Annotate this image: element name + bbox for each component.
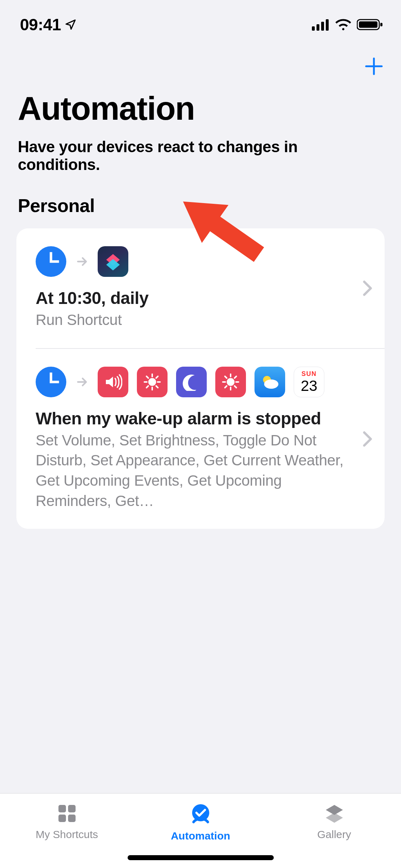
- moon-icon: [176, 367, 207, 397]
- tab-my-shortcuts[interactable]: My Shortcuts: [0, 802, 134, 841]
- tab-label: My Shortcuts: [36, 828, 98, 841]
- svg-rect-5: [359, 21, 377, 28]
- calendar-icon: SUN 23: [294, 367, 324, 397]
- calendar-day: SUN: [302, 370, 317, 378]
- automation-row[interactable]: SUN 23 When my wake-up alarm is stopped …: [36, 348, 385, 529]
- svg-rect-15: [68, 815, 76, 822]
- tab-gallery[interactable]: Gallery: [267, 802, 401, 841]
- weather-icon: [255, 367, 285, 397]
- volume-icon: [98, 367, 128, 397]
- svg-point-8: [227, 379, 234, 385]
- svg-rect-2: [321, 22, 324, 31]
- tab-automation[interactable]: Automation: [134, 802, 267, 842]
- svg-rect-13: [68, 805, 76, 812]
- page-title: Automation: [18, 90, 383, 127]
- icon-flow: [36, 246, 370, 277]
- title-block: Automation Have your devices react to ch…: [0, 79, 401, 216]
- add-automation-button[interactable]: [361, 53, 387, 79]
- automation-title: When my wake-up alarm is stopped: [36, 409, 356, 428]
- automation-title: At 10:30, daily: [36, 288, 370, 308]
- tab-label: Automation: [171, 830, 230, 842]
- chevron-right-icon: [363, 431, 372, 447]
- clock-icon: [36, 367, 66, 397]
- wifi-icon: [335, 19, 352, 31]
- page-subtitle: Have your devices react to changes in co…: [18, 138, 383, 174]
- svg-rect-1: [317, 24, 319, 31]
- svg-point-10: [264, 379, 278, 389]
- svg-rect-6: [380, 23, 382, 26]
- brightness-icon: [137, 367, 168, 397]
- automation-subtitle: Set Volume, Set Brightness, Toggle Do No…: [36, 430, 356, 511]
- clock-icon: [36, 246, 66, 277]
- calendar-date: 23: [301, 378, 318, 393]
- cellular-icon: [312, 19, 330, 31]
- tab-label: Gallery: [317, 828, 351, 841]
- svg-point-7: [149, 379, 155, 385]
- svg-rect-3: [326, 19, 329, 31]
- automation-row[interactable]: At 10:30, daily Run Shortcut: [16, 228, 385, 348]
- svg-rect-12: [58, 805, 66, 812]
- status-time: 09:41: [20, 15, 61, 34]
- brightness-icon: [215, 367, 246, 397]
- status-bar: 09:41: [0, 0, 401, 43]
- status-right: [312, 19, 383, 31]
- battery-icon: [357, 19, 383, 31]
- status-time-group: 09:41: [20, 15, 77, 34]
- automations-card: At 10:30, daily Run Shortcut: [16, 228, 385, 529]
- shortcuts-app-icon: [98, 246, 128, 277]
- header-actions: [0, 43, 401, 79]
- chevron-right-icon: [363, 280, 372, 296]
- location-icon: [65, 19, 77, 31]
- grid-icon: [56, 802, 78, 825]
- icon-flow: SUN 23: [36, 367, 356, 397]
- home-indicator[interactable]: [128, 855, 274, 860]
- arrow-right-icon: [75, 254, 89, 269]
- gallery-icon: [323, 802, 346, 825]
- section-label: Personal: [18, 195, 383, 216]
- svg-rect-14: [58, 815, 66, 822]
- automation-tab-icon: [189, 802, 213, 826]
- svg-rect-0: [312, 26, 315, 31]
- arrow-right-icon: [75, 375, 89, 389]
- automation-subtitle: Run Shortcut: [36, 310, 370, 330]
- plus-icon: [364, 56, 384, 76]
